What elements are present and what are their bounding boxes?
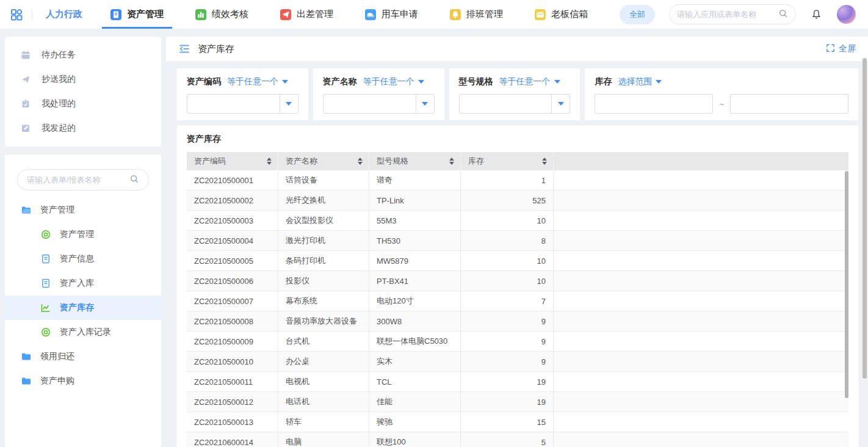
table-row[interactable]: ZC20210500001话筒设备谱奇1	[187, 170, 848, 191]
app-search[interactable]	[669, 4, 796, 24]
filter-operator[interactable]: 选择范围	[618, 76, 662, 87]
cell-资产编码: ZC20210500007	[187, 291, 278, 311]
sidebar-item-抄送我的[interactable]: 抄送我的	[5, 67, 161, 92]
calendar-icon	[20, 49, 31, 60]
tree-item-资产入库[interactable]: 资产入库	[5, 271, 161, 296]
column-header-资产编码[interactable]: 资产编码	[187, 152, 278, 170]
filter-label: 库存	[595, 76, 612, 87]
sort-icon[interactable]	[358, 158, 363, 165]
sort-icon[interactable]	[267, 158, 272, 165]
sidebar-item-我发起的[interactable]: 我发起的	[5, 116, 161, 140]
sort-asc-icon	[449, 158, 454, 161]
cell-库存: 525	[461, 191, 554, 210]
cell-资产名称: 会议型投影仪	[278, 211, 369, 230]
table-row[interactable]: ZC20210500003会议型投影仪55M310	[187, 211, 848, 231]
filter-select[interactable]	[323, 94, 435, 114]
avatar[interactable]	[837, 5, 856, 24]
chevron-down-icon	[286, 102, 292, 106]
table-row[interactable]: ZC20210500012电话机佳能19	[187, 392, 848, 412]
cell-filler	[554, 211, 848, 230]
filter-select[interactable]	[459, 94, 571, 114]
table-row[interactable]: ZC20210500010办公桌实木9	[187, 352, 848, 372]
chart-line-icon	[40, 302, 51, 313]
tree-item-领用归还[interactable]: 领用归还	[5, 344, 161, 369]
table-scrollbar-thumb[interactable]	[845, 171, 848, 398]
page-scrollbar-thumb[interactable]	[863, 58, 867, 379]
range-max-input[interactable]	[730, 94, 848, 114]
folder-icon	[21, 376, 32, 387]
filter-label: 型号规格	[459, 76, 493, 87]
cell-资产编码: ZC20210600014	[187, 432, 278, 447]
tree-item-资产入库记录[interactable]: 资产入库记录	[5, 320, 161, 344]
tree-item-label: 领用归还	[40, 351, 74, 362]
sort-icon[interactable]	[449, 158, 454, 165]
tab-出差管理[interactable]: 出差管理	[280, 0, 333, 29]
page-title: 资产库存	[198, 43, 234, 55]
form-search-input[interactable]	[27, 175, 125, 184]
column-header-库存[interactable]: 库存	[461, 152, 554, 170]
cell-资产名称: 激光打印机	[278, 231, 369, 250]
tree-item-资产管理[interactable]: 资产管理	[5, 222, 161, 247]
sort-desc-icon	[358, 162, 363, 165]
filter-operator[interactable]: 等于任意一个	[227, 76, 288, 87]
select-arrow[interactable]	[280, 95, 298, 113]
target-icon	[40, 327, 51, 338]
table-row[interactable]: ZC20210500013轿车骏驰15	[187, 412, 848, 432]
workbench-grid-icon[interactable]	[10, 8, 23, 21]
column-header-型号规格[interactable]: 型号规格	[369, 152, 461, 170]
notification-bell-icon[interactable]	[811, 9, 822, 20]
tab-绩效考核[interactable]: 绩效考核	[195, 0, 248, 29]
collapse-sidebar-icon[interactable]	[178, 43, 190, 55]
tree-item-资产信息[interactable]: 资产信息	[5, 247, 161, 271]
sidebar-item-我处理的[interactable]: 我处理的	[5, 92, 161, 116]
cell-filler	[554, 352, 848, 371]
filter-control	[459, 94, 571, 114]
tree-item-资产管理[interactable]: 资产管理	[5, 198, 161, 222]
cell-库存: 9	[461, 332, 554, 351]
table-title: 资产库存	[187, 134, 848, 145]
fullscreen-button[interactable]: 全屏	[826, 43, 856, 54]
form-search[interactable]	[17, 169, 149, 191]
table-row[interactable]: ZC20210500004激光打印机TH5308	[187, 231, 848, 251]
table-row[interactable]: ZC20210500005条码打印机MW587910	[187, 251, 848, 271]
content: 资产编码等于任意一个资产名称等于任意一个型号规格等于任意一个库存选择范围~ 资产…	[166, 61, 868, 447]
app-search-input[interactable]	[677, 10, 775, 19]
table-row[interactable]: ZC20210500008音频功率放大器设备300W89	[187, 311, 848, 332]
range-min-input[interactable]	[595, 94, 713, 114]
fullscreen-label: 全屏	[839, 43, 856, 54]
tree-item-label: 资产申购	[40, 376, 74, 387]
cell-filler	[554, 231, 848, 250]
table-row[interactable]: ZC20210500009台式机联想一体电脑C50309	[187, 332, 848, 352]
tab-用车申请[interactable]: 用车申请	[365, 0, 418, 29]
select-arrow[interactable]	[551, 95, 570, 113]
sort-icon[interactable]	[542, 158, 547, 165]
cell-资产名称: 音频功率放大器设备	[278, 311, 369, 331]
table-row[interactable]: ZC20210500002光纤交换机TP-Link525	[187, 191, 848, 211]
table-body: ZC20210500001话筒设备谱奇1ZC20210500002光纤交换机TP…	[187, 170, 848, 447]
table-row[interactable]: ZC20210500007幕布系统电动120寸7	[187, 291, 848, 311]
sidebar-item-待办任务[interactable]: 待办任务	[5, 43, 161, 67]
filter-operator[interactable]: 等于任意一个	[363, 76, 424, 87]
table-row[interactable]: ZC20210500011电视机TCL19	[187, 372, 848, 392]
tree-item-资产申购[interactable]: 资产申购	[5, 369, 161, 393]
cell-型号规格: TCL	[369, 372, 461, 391]
tab-老板信箱[interactable]: 老板信箱	[535, 0, 588, 29]
cell-filler	[554, 392, 848, 412]
range-separator: ~	[719, 100, 724, 109]
tab-排班管理[interactable]: 排班管理	[450, 0, 503, 29]
filter-select[interactable]	[187, 94, 298, 114]
cell-资产编码: ZC20210500002	[187, 191, 278, 210]
all-apps-button[interactable]: 全部	[620, 5, 655, 24]
column-header-资产名称[interactable]: 资产名称	[278, 152, 369, 170]
filter-label: 资产名称	[323, 76, 357, 87]
filter-operator[interactable]: 等于任意一个	[499, 76, 560, 87]
table-row[interactable]: ZC20210500006投影仪PT-BX4110	[187, 271, 848, 291]
table-row[interactable]: ZC20210600014电脑联想1005	[187, 432, 848, 447]
select-arrow[interactable]	[416, 95, 434, 113]
cell-资产编码: ZC20210500004	[187, 231, 278, 250]
tree-item-资产库存[interactable]: 资产库存	[5, 296, 161, 320]
workspace-title[interactable]: 人力行政	[46, 9, 82, 20]
main-area: 资产库存 全屏 资产编码等于任意一个资产名称等于任意一个型号规格等于任意一个库存…	[166, 37, 868, 447]
tab-资产管理[interactable]: 资产管理	[110, 0, 164, 29]
cell-型号规格: 佳能	[369, 392, 461, 412]
